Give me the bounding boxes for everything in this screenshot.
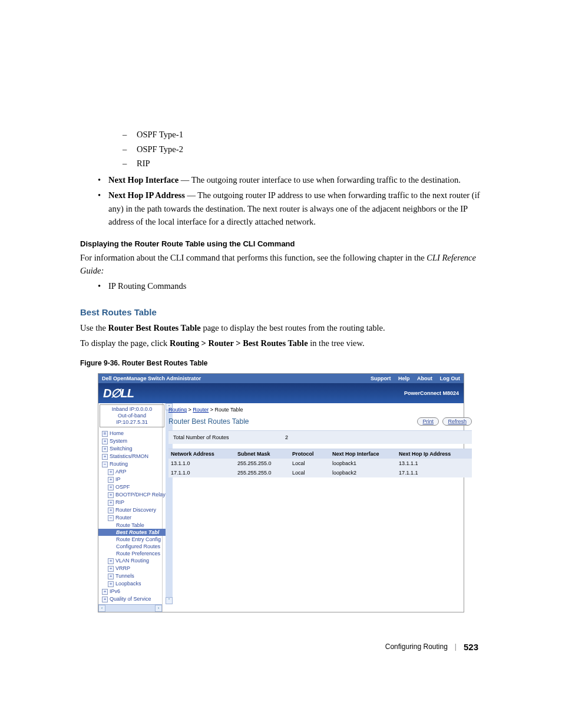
plus-icon: + — [102, 446, 108, 452]
footer-section: Configuring Routing — [385, 643, 448, 651]
cli-para: For information about the CLI command th… — [80, 253, 427, 262]
tree-loopbacks[interactable]: +Loopbacks — [98, 580, 166, 588]
screenshot: Dell OpenManage Switch Administrator Sup… — [98, 373, 464, 612]
sect-p1a: Use the — [80, 323, 108, 332]
sect-p1c: page to display the best routes from the… — [201, 323, 385, 332]
sect-p2c: in the tree view. — [308, 338, 365, 348]
section-heading: Best Routes Table — [80, 307, 482, 317]
minus-icon: − — [108, 515, 114, 521]
tree-system[interactable]: +System — [98, 437, 166, 445]
tree-arp[interactable]: +ARP — [98, 468, 166, 476]
sidebar: Inband IP:0.0.0.0 Out-of-band IP:10.27.5… — [98, 403, 163, 611]
breadcrumb: Routing > Router > Route Table — [168, 407, 472, 413]
sect-p2b: Routing > Router > Best Routes Table — [170, 338, 308, 348]
link-about[interactable]: About — [417, 375, 432, 381]
plus-icon: + — [108, 558, 114, 564]
footer-separator: | — [455, 643, 457, 651]
total-routes-label: Total Number of Routes — [173, 434, 285, 440]
tree-home[interactable]: ≡Home — [98, 430, 166, 437]
tree-ip[interactable]: +IP — [98, 476, 166, 483]
panel-title: Router Best Routes Table — [168, 417, 249, 426]
proto-c: RIP — [137, 156, 150, 171]
horizontal-scrollbar[interactable]: ‹ › — [98, 604, 162, 612]
tree-best-routes[interactable]: Best Routes Tabl — [98, 529, 166, 536]
crumb-router[interactable]: Router — [193, 407, 209, 413]
tree-vrrp[interactable]: +VRRP — [98, 565, 166, 572]
folder-icon: ≡ — [102, 431, 108, 437]
plus-icon: + — [102, 589, 108, 595]
tree-tunnels[interactable]: +Tunnels — [98, 572, 166, 580]
plus-icon: + — [102, 597, 108, 602]
plus-icon: + — [108, 566, 114, 572]
plus-icon: + — [108, 581, 114, 587]
sect-p2a: To display the page, click — [80, 338, 170, 348]
dell-logo: D∅LL — [103, 386, 134, 400]
col-next-hop-ip: Next Hop Ip Address — [396, 449, 472, 459]
nhi-label: Next Hop Interface — [108, 175, 178, 185]
cli-item: IP Routing Commands — [108, 279, 482, 292]
plus-icon: + — [108, 485, 114, 490]
plus-icon: + — [108, 492, 114, 498]
crumb-routing[interactable]: Routing — [168, 407, 187, 413]
figure-caption: Figure 9-36. Router Best Routes Table — [80, 359, 482, 367]
proto-a: OSPF Type-1 — [137, 127, 183, 142]
tree-route-table[interactable]: Route Table — [98, 522, 166, 529]
col-protocol: Protocol — [290, 449, 330, 459]
tree-rd[interactable]: +Router Discovery — [98, 506, 166, 514]
tree-route-pref[interactable]: Route Preferences — [98, 550, 166, 557]
link-logout[interactable]: Log Out — [440, 375, 461, 381]
link-help[interactable]: Help — [398, 375, 410, 381]
proto-b: OSPF Type-2 — [137, 142, 183, 157]
crumb-route-table: Route Table — [215, 407, 243, 413]
tree-qos[interactable]: +Quality of Service — [98, 595, 166, 603]
scroll-right-icon[interactable]: › — [155, 605, 162, 612]
plus-icon: + — [108, 508, 114, 513]
plus-icon: + — [108, 469, 114, 475]
app-title: Dell OpenManage Switch Administrator — [102, 375, 201, 381]
plus-icon: + — [108, 574, 114, 579]
col-network-address: Network Address — [168, 449, 235, 459]
plus-icon: + — [108, 500, 114, 506]
sect-p1b: Router Best Routes Table — [108, 323, 201, 332]
tree-rip[interactable]: +RIP — [98, 499, 166, 506]
scroll-left-icon[interactable]: ‹ — [98, 605, 105, 612]
tree-vlan[interactable]: +VLAN Routing — [98, 557, 166, 565]
total-routes-value: 2 — [285, 434, 288, 440]
nhi-text: — The outgoing router interface to use w… — [178, 175, 461, 185]
refresh-button[interactable]: Refresh — [442, 417, 472, 426]
link-support[interactable]: Support — [371, 375, 391, 381]
plus-icon: + — [102, 454, 108, 460]
tree-ipv6[interactable]: +IPv6 — [98, 588, 166, 595]
cli-heading: Displaying the Router Route Table using … — [80, 239, 482, 248]
tree-router[interactable]: −Router — [98, 514, 166, 522]
tree-stats[interactable]: +Statistics/RMON — [98, 453, 166, 460]
plus-icon: + — [108, 477, 114, 483]
tree-conf-routes[interactable]: Configured Routes — [98, 543, 166, 550]
minus-icon: − — [102, 462, 108, 467]
tree-route-entry[interactable]: Route Entry Config — [98, 536, 166, 543]
table-row: 17.1.1.0 255.255.255.0 Local loopback2 1… — [168, 468, 472, 477]
tree-bootp[interactable]: +BOOTP/DHCP Relay — [98, 491, 166, 499]
print-button[interactable]: Print — [417, 417, 439, 426]
inband-ip: Inband IP:0.0.0.0 — [101, 406, 163, 413]
model-label: PowerConnect M8024 — [404, 390, 459, 396]
page-number: 523 — [464, 642, 478, 652]
nhip-label: Next Hop IP Address — [108, 190, 185, 200]
tree-routing[interactable]: −Routing — [98, 460, 166, 468]
tree-ospf[interactable]: +OSPF — [98, 483, 166, 491]
table-row: 13.1.1.0 255.255.255.0 Local loopback1 1… — [168, 459, 472, 468]
tree-switching[interactable]: +Switching — [98, 445, 166, 453]
col-next-hop-interface: Next Hop Interface — [330, 449, 396, 459]
plus-icon: + — [102, 439, 108, 444]
col-subnet-mask: Subnet Mask — [235, 449, 290, 459]
oob-ip: Out-of-band IP:10.27.5.31 — [101, 413, 163, 426]
